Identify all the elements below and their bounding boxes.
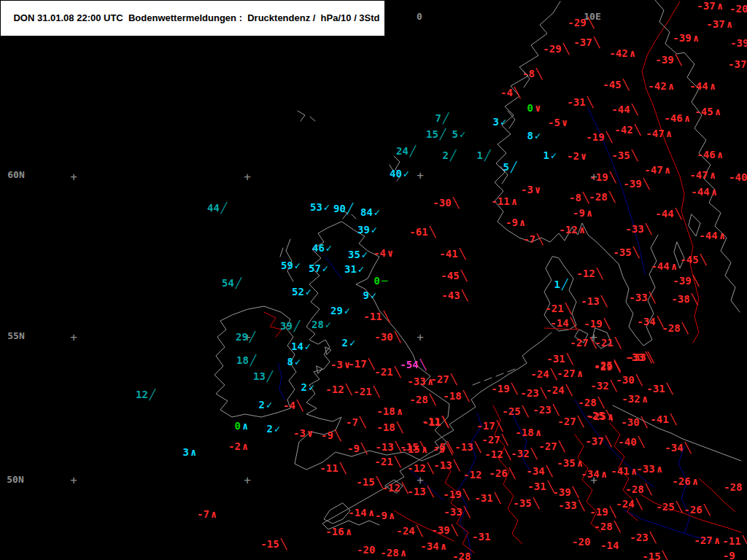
tendency-symbol: ╲ xyxy=(430,227,436,237)
pressure-tendency-value: -11 xyxy=(363,311,382,322)
station-report: -12╲ xyxy=(382,483,408,493)
tendency-symbol: ╲ xyxy=(662,551,668,560)
station-report: 12╱ xyxy=(136,389,155,400)
pressure-tendency-value: -44 xyxy=(611,104,630,114)
station-report: -15╲ xyxy=(260,539,287,549)
station-report: -34╲ xyxy=(637,316,663,327)
pressure-tendency-value: -15 xyxy=(401,444,419,454)
station-report: -33╲ xyxy=(558,500,584,510)
pressure-tendency-value: 0 xyxy=(527,103,533,113)
pressure-tendency-value: -28 xyxy=(625,484,643,494)
pressure-tendency-value: -21 xyxy=(353,386,371,397)
station-report: -31╲ xyxy=(474,493,500,503)
tendency-symbol: ╲ xyxy=(553,405,559,415)
pressure-tendency-value: -44 xyxy=(689,81,708,91)
graticule-cross: + xyxy=(70,170,77,184)
pressure-tendency-value: -4 xyxy=(283,400,295,411)
pressure-tendency-value: -23 xyxy=(630,532,648,542)
station-report: 9✓ xyxy=(363,290,377,300)
tendency-symbol: ╲ xyxy=(565,303,571,314)
pressure-tendency-value: -31 xyxy=(546,354,565,364)
pressure-tendency-value: -31 xyxy=(527,481,546,491)
station-report: -44∧ xyxy=(691,187,717,197)
station-report: 1╱ xyxy=(554,279,568,289)
pressure-tendency-value: -18 xyxy=(443,391,461,401)
station-report: 13╱ xyxy=(253,371,273,381)
station-report: -25╲ xyxy=(502,406,528,416)
pressure-tendency-value: -28 xyxy=(662,323,680,333)
pressure-tendency-value: -11 xyxy=(491,196,509,206)
station-report: -12╲ xyxy=(325,384,352,394)
station-report: 52✓ xyxy=(292,287,311,297)
tendency-symbol: ╲ xyxy=(700,254,706,265)
station-report: -33╲ xyxy=(625,224,651,234)
pressure-tendency-value: -31 xyxy=(646,384,665,394)
tendency-symbol: ╲ xyxy=(511,384,517,394)
tendency-symbol: ╲ xyxy=(685,443,691,453)
tendency-symbol: ∧ xyxy=(587,208,592,218)
tendency-symbol: ╲ xyxy=(340,463,346,473)
station-report: -45╲ xyxy=(680,254,706,265)
station-report: -19╲ xyxy=(586,132,612,142)
pressure-tendency-value: -14 xyxy=(550,318,568,328)
tendency-symbol: ╲ xyxy=(632,150,638,160)
station-report: -13╲ xyxy=(581,296,607,306)
pressure-tendency-value: 24 xyxy=(396,146,409,156)
pressure-tendency-value: -47 xyxy=(646,128,664,139)
pressure-tendency-value: -39 xyxy=(673,33,691,43)
station-report: -47∧ xyxy=(646,128,672,139)
station-report: 40✓ xyxy=(390,168,409,179)
tendency-symbol: ✓ xyxy=(371,290,376,300)
pressure-tendency-value: -47 xyxy=(644,165,662,175)
tendency-symbol: ╲ xyxy=(623,79,629,90)
station-report: -24╲ xyxy=(546,385,572,395)
tendency-symbol: ╲ xyxy=(610,507,616,517)
station-report: -33╲ xyxy=(625,352,651,362)
pressure-tendency-value: -31 xyxy=(472,532,490,542)
pressure-tendency-value: -28 xyxy=(589,192,607,202)
graticule-label: 60N xyxy=(7,169,24,180)
station-report: -27╲ xyxy=(430,374,457,384)
tendency-symbol: ╲ xyxy=(606,411,612,421)
title-bar: DON 31.01.08 22:00 UTC Bodenwettermeldun… xyxy=(0,0,385,36)
pressure-tendency-value: 90 xyxy=(333,203,346,214)
pressure-tendency-value: 9 xyxy=(363,290,369,300)
pressure-tendency-value: -27 xyxy=(557,368,575,378)
pressure-tendency-value: -29 xyxy=(568,18,586,28)
tendency-symbol: ╲ xyxy=(463,391,469,401)
station-report: -44∧ xyxy=(699,230,725,241)
station-report: 84✓ xyxy=(360,207,380,217)
station-report: -37∧ xyxy=(697,1,723,11)
coast-great-britain xyxy=(295,222,449,470)
station-report: 1✓ xyxy=(543,150,557,160)
station-report: -40 xyxy=(729,172,747,182)
pressure-tendency-value: 53 xyxy=(310,202,322,212)
pressure-tendency-value: -40 xyxy=(729,172,747,182)
station-report: -39∧ xyxy=(673,33,699,43)
station-report: -35∧ xyxy=(557,458,583,468)
pressure-tendency-value: -29 xyxy=(543,44,561,54)
station-report: -18∧ xyxy=(376,406,403,416)
graticule-label: 50N xyxy=(7,474,23,485)
pressure-tendency-value: -45 xyxy=(603,79,621,90)
station-report: -21╲ xyxy=(374,456,400,467)
tendency-symbol: ╲ xyxy=(464,507,470,517)
station-report: -31 xyxy=(472,532,490,542)
pressure-tendency-value: -25 xyxy=(656,502,674,512)
pressure-tendency-value: -28 xyxy=(578,397,596,408)
tendency-symbol: ╱ xyxy=(443,113,449,123)
pressure-tendency-value: -30 xyxy=(433,198,451,208)
pressure-tendency-value: 18 xyxy=(236,355,249,365)
pressure-tendency-value: -16 xyxy=(325,526,344,537)
tendency-symbol: ╲ xyxy=(588,18,594,28)
tendency-symbol: ╱ xyxy=(267,371,273,381)
tendency-symbol: ╲ xyxy=(368,359,374,369)
station-report: -39 xyxy=(730,38,747,48)
station-report: -19╲ xyxy=(589,507,616,517)
station-report: -54╲ xyxy=(400,359,426,370)
pressure-tendency-value: -43 xyxy=(441,290,460,300)
station-report: 2╱ xyxy=(443,150,457,160)
pressure-tendency-value: 44 xyxy=(207,203,220,213)
station-report: -39╲ xyxy=(623,179,649,189)
station-report: 0─ xyxy=(374,276,388,286)
